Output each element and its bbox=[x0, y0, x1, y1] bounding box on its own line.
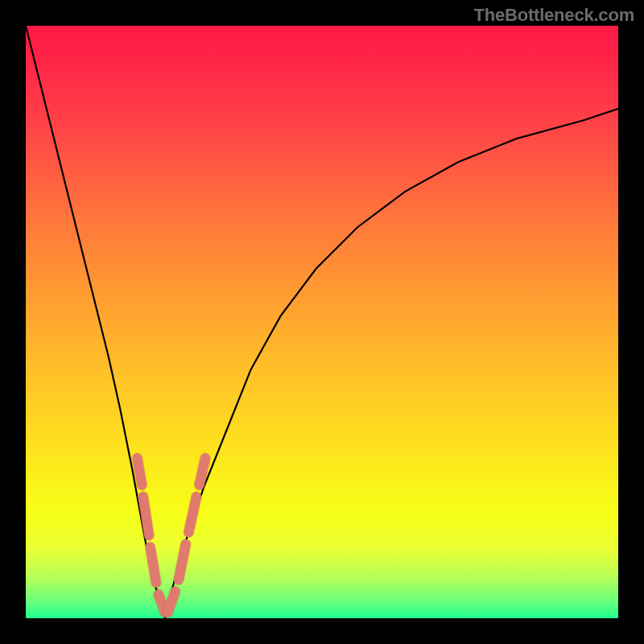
marker-segment bbox=[137, 458, 142, 485]
watermark-label: TheBottleneck.com bbox=[473, 5, 634, 26]
chart-area bbox=[26, 26, 618, 618]
marker-segment bbox=[143, 497, 149, 535]
outer-frame: TheBottleneck.com bbox=[0, 0, 644, 644]
marker-segment bbox=[151, 547, 156, 583]
marker-segment bbox=[200, 458, 205, 485]
marker-segment bbox=[168, 592, 175, 613]
vertex-markers bbox=[137, 458, 205, 612]
curve-svg bbox=[26, 26, 618, 618]
right-branch-curve bbox=[165, 109, 618, 618]
